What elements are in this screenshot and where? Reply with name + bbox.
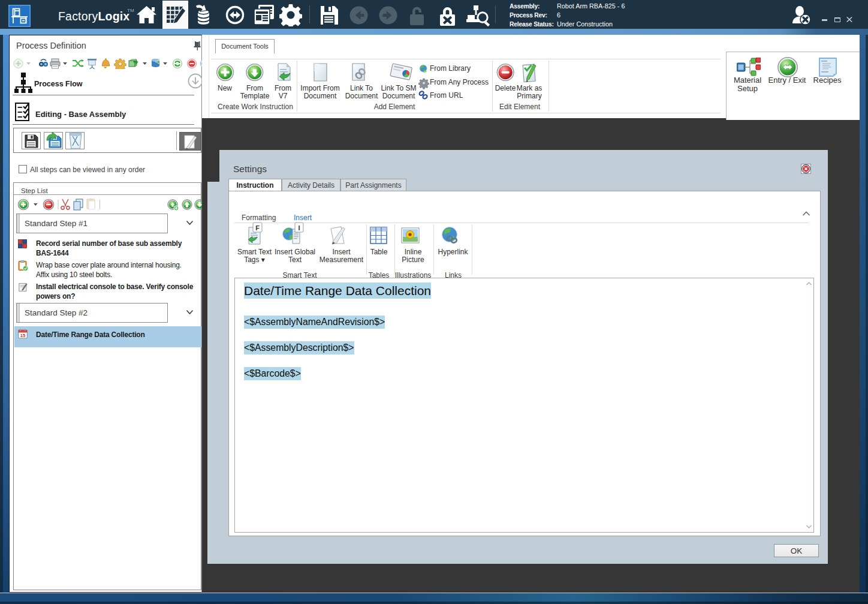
- svg-text:F: F: [255, 224, 260, 232]
- svg-text:I: I: [298, 224, 300, 232]
- svg-text:15: 15: [20, 333, 25, 338]
